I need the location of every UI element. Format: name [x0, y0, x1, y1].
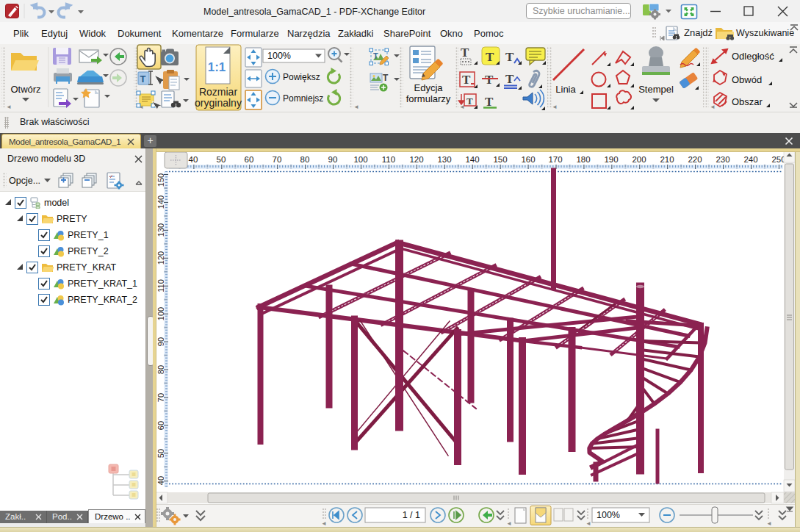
svg-text:Odległość: Odległość [732, 51, 774, 62]
svg-text:90: 90 [328, 155, 338, 164]
svg-text:Znajdź: Znajdź [684, 27, 713, 38]
svg-text:◄: ◄ [766, 520, 772, 527]
svg-text:120: 120 [409, 155, 423, 164]
svg-text:oryginalny: oryginalny [195, 97, 242, 109]
svg-text:Obszar: Obszar [732, 96, 763, 107]
svg-text:70: 70 [273, 155, 282, 164]
svg-text:210: 210 [660, 155, 674, 164]
svg-text:Stempel: Stempel [638, 84, 674, 95]
svg-text:◄: ◄ [6, 104, 12, 110]
svg-text:T: T [140, 73, 146, 85]
svg-text:Obwód: Obwód [732, 74, 762, 85]
svg-text:Opcje...: Opcje... [9, 176, 40, 186]
svg-text:T: T [373, 51, 378, 60]
svg-text:40: 40 [189, 155, 198, 164]
svg-text:100%: 100% [597, 510, 620, 520]
svg-text:250: 250 [771, 155, 785, 164]
svg-text:1:1: 1:1 [208, 60, 226, 74]
svg-text:240: 240 [743, 155, 757, 164]
svg-text:T: T [486, 50, 494, 64]
svg-text:200: 200 [632, 155, 646, 164]
svg-text:◄: ◄ [506, 520, 512, 527]
svg-text:180: 180 [576, 155, 590, 164]
svg-text:100%: 100% [267, 51, 291, 61]
svg-text:Otwórz: Otwórz [10, 84, 40, 95]
svg-text:Rozmiar: Rozmiar [199, 86, 237, 98]
svg-text:◄: ◄ [353, 104, 359, 110]
svg-text:100: 100 [353, 155, 367, 164]
svg-text:T: T [505, 50, 514, 64]
svg-text:◄: ◄ [552, 104, 558, 110]
svg-text:◄: ◄ [710, 104, 716, 110]
svg-text:◄: ◄ [321, 520, 327, 527]
svg-text:80: 80 [300, 155, 310, 164]
svg-text:T: T [461, 46, 469, 60]
svg-text:Linia: Linia [555, 84, 576, 95]
svg-text:1 / 1: 1 / 1 [403, 510, 420, 520]
svg-text:190: 190 [604, 155, 618, 164]
svg-text:Powiększ: Powiększ [283, 72, 320, 82]
svg-text:T: T [505, 72, 514, 86]
svg-text:110: 110 [382, 155, 395, 164]
svg-text:◄: ◄ [585, 520, 591, 527]
svg-text:T: T [383, 73, 389, 83]
svg-text:140: 140 [465, 155, 479, 164]
svg-text:170: 170 [548, 155, 562, 164]
svg-text:150: 150 [493, 155, 507, 164]
svg-text:220: 220 [688, 155, 702, 164]
svg-text:130: 130 [437, 155, 451, 164]
svg-text:Pomniejsz: Pomniejsz [283, 93, 323, 104]
svg-text:230: 230 [716, 155, 729, 164]
svg-text:T: T [462, 73, 471, 87]
svg-text:50: 50 [217, 155, 226, 164]
svg-text:160: 160 [521, 155, 535, 164]
svg-text:T: T [485, 73, 494, 87]
svg-text:60: 60 [245, 155, 254, 164]
svg-text:formularzy: formularzy [406, 93, 451, 104]
svg-text:Wyszukiwanie: Wyszukiwanie [736, 28, 794, 38]
svg-text:T: T [466, 96, 473, 107]
svg-text:T: T [485, 95, 494, 109]
svg-text:Edycja: Edycja [414, 82, 443, 93]
